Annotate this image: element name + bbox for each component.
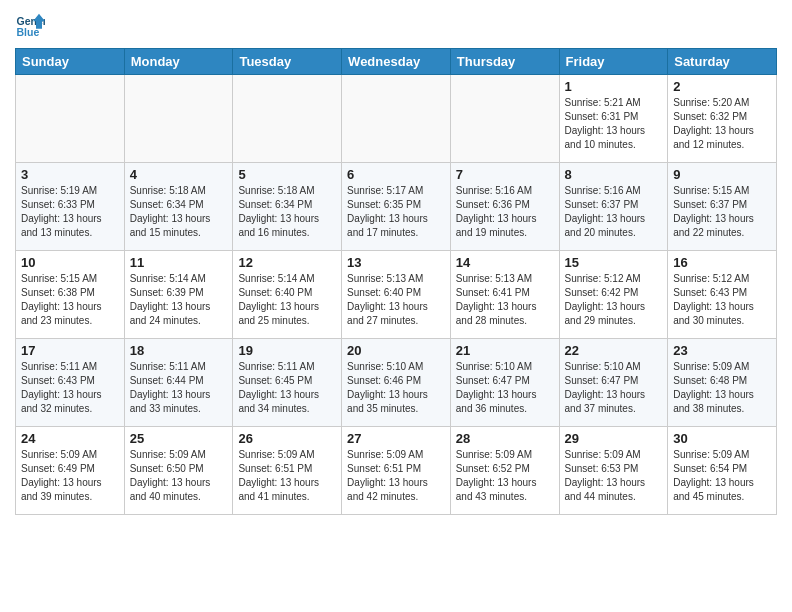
day-number: 13 [347,255,445,270]
calendar-cell: 6Sunrise: 5:17 AM Sunset: 6:35 PM Daylig… [342,163,451,251]
day-info: Sunrise: 5:13 AM Sunset: 6:40 PM Dayligh… [347,272,445,328]
calendar-cell: 24Sunrise: 5:09 AM Sunset: 6:49 PM Dayli… [16,427,125,515]
calendar-cell: 1Sunrise: 5:21 AM Sunset: 6:31 PM Daylig… [559,75,668,163]
calendar-cell: 29Sunrise: 5:09 AM Sunset: 6:53 PM Dayli… [559,427,668,515]
day-number: 4 [130,167,228,182]
day-info: Sunrise: 5:15 AM Sunset: 6:37 PM Dayligh… [673,184,771,240]
day-number: 28 [456,431,554,446]
calendar-cell [124,75,233,163]
day-info: Sunrise: 5:14 AM Sunset: 6:39 PM Dayligh… [130,272,228,328]
weekday-header-tuesday: Tuesday [233,49,342,75]
week-row-4: 17Sunrise: 5:11 AM Sunset: 6:43 PM Dayli… [16,339,777,427]
weekday-header-thursday: Thursday [450,49,559,75]
week-row-1: 1Sunrise: 5:21 AM Sunset: 6:31 PM Daylig… [16,75,777,163]
calendar-cell: 28Sunrise: 5:09 AM Sunset: 6:52 PM Dayli… [450,427,559,515]
calendar-cell: 10Sunrise: 5:15 AM Sunset: 6:38 PM Dayli… [16,251,125,339]
calendar-cell [450,75,559,163]
calendar-cell: 14Sunrise: 5:13 AM Sunset: 6:41 PM Dayli… [450,251,559,339]
day-info: Sunrise: 5:10 AM Sunset: 6:47 PM Dayligh… [456,360,554,416]
logo-icon: General Blue [15,10,45,40]
day-info: Sunrise: 5:15 AM Sunset: 6:38 PM Dayligh… [21,272,119,328]
day-number: 12 [238,255,336,270]
day-info: Sunrise: 5:10 AM Sunset: 6:46 PM Dayligh… [347,360,445,416]
calendar-cell: 12Sunrise: 5:14 AM Sunset: 6:40 PM Dayli… [233,251,342,339]
weekday-header-friday: Friday [559,49,668,75]
day-number: 7 [456,167,554,182]
calendar-cell: 15Sunrise: 5:12 AM Sunset: 6:42 PM Dayli… [559,251,668,339]
week-row-2: 3Sunrise: 5:19 AM Sunset: 6:33 PM Daylig… [16,163,777,251]
calendar-cell: 17Sunrise: 5:11 AM Sunset: 6:43 PM Dayli… [16,339,125,427]
day-info: Sunrise: 5:09 AM Sunset: 6:52 PM Dayligh… [456,448,554,504]
day-number: 17 [21,343,119,358]
calendar-cell: 9Sunrise: 5:15 AM Sunset: 6:37 PM Daylig… [668,163,777,251]
calendar-cell: 8Sunrise: 5:16 AM Sunset: 6:37 PM Daylig… [559,163,668,251]
day-info: Sunrise: 5:21 AM Sunset: 6:31 PM Dayligh… [565,96,663,152]
day-number: 3 [21,167,119,182]
day-info: Sunrise: 5:10 AM Sunset: 6:47 PM Dayligh… [565,360,663,416]
day-info: Sunrise: 5:11 AM Sunset: 6:44 PM Dayligh… [130,360,228,416]
day-info: Sunrise: 5:18 AM Sunset: 6:34 PM Dayligh… [238,184,336,240]
day-number: 8 [565,167,663,182]
day-number: 29 [565,431,663,446]
day-number: 26 [238,431,336,446]
day-info: Sunrise: 5:17 AM Sunset: 6:35 PM Dayligh… [347,184,445,240]
week-row-3: 10Sunrise: 5:15 AM Sunset: 6:38 PM Dayli… [16,251,777,339]
week-row-5: 24Sunrise: 5:09 AM Sunset: 6:49 PM Dayli… [16,427,777,515]
day-info: Sunrise: 5:09 AM Sunset: 6:49 PM Dayligh… [21,448,119,504]
calendar-cell [16,75,125,163]
day-number: 18 [130,343,228,358]
logo: General Blue [15,10,49,40]
day-info: Sunrise: 5:09 AM Sunset: 6:48 PM Dayligh… [673,360,771,416]
calendar-cell [233,75,342,163]
weekday-header-saturday: Saturday [668,49,777,75]
weekday-header-sunday: Sunday [16,49,125,75]
calendar-table: SundayMondayTuesdayWednesdayThursdayFrid… [15,48,777,515]
calendar-cell: 13Sunrise: 5:13 AM Sunset: 6:40 PM Dayli… [342,251,451,339]
calendar-cell: 16Sunrise: 5:12 AM Sunset: 6:43 PM Dayli… [668,251,777,339]
day-number: 22 [565,343,663,358]
calendar-cell: 2Sunrise: 5:20 AM Sunset: 6:32 PM Daylig… [668,75,777,163]
day-number: 15 [565,255,663,270]
day-number: 10 [21,255,119,270]
calendar-header: SundayMondayTuesdayWednesdayThursdayFrid… [16,49,777,75]
calendar-cell: 4Sunrise: 5:18 AM Sunset: 6:34 PM Daylig… [124,163,233,251]
calendar-cell [342,75,451,163]
calendar-cell: 22Sunrise: 5:10 AM Sunset: 6:47 PM Dayli… [559,339,668,427]
day-number: 21 [456,343,554,358]
day-info: Sunrise: 5:16 AM Sunset: 6:36 PM Dayligh… [456,184,554,240]
calendar-cell: 26Sunrise: 5:09 AM Sunset: 6:51 PM Dayli… [233,427,342,515]
weekday-header-monday: Monday [124,49,233,75]
day-info: Sunrise: 5:19 AM Sunset: 6:33 PM Dayligh… [21,184,119,240]
day-info: Sunrise: 5:09 AM Sunset: 6:51 PM Dayligh… [238,448,336,504]
page: General Blue SundayMondayTuesdayWednesda… [0,0,792,612]
calendar-cell: 27Sunrise: 5:09 AM Sunset: 6:51 PM Dayli… [342,427,451,515]
day-number: 23 [673,343,771,358]
calendar-cell: 5Sunrise: 5:18 AM Sunset: 6:34 PM Daylig… [233,163,342,251]
day-number: 2 [673,79,771,94]
day-info: Sunrise: 5:11 AM Sunset: 6:43 PM Dayligh… [21,360,119,416]
day-number: 5 [238,167,336,182]
day-info: Sunrise: 5:11 AM Sunset: 6:45 PM Dayligh… [238,360,336,416]
calendar-cell: 11Sunrise: 5:14 AM Sunset: 6:39 PM Dayli… [124,251,233,339]
day-number: 24 [21,431,119,446]
calendar-cell: 21Sunrise: 5:10 AM Sunset: 6:47 PM Dayli… [450,339,559,427]
calendar-cell: 19Sunrise: 5:11 AM Sunset: 6:45 PM Dayli… [233,339,342,427]
day-info: Sunrise: 5:09 AM Sunset: 6:53 PM Dayligh… [565,448,663,504]
day-info: Sunrise: 5:09 AM Sunset: 6:50 PM Dayligh… [130,448,228,504]
day-number: 11 [130,255,228,270]
calendar-cell: 3Sunrise: 5:19 AM Sunset: 6:33 PM Daylig… [16,163,125,251]
day-info: Sunrise: 5:12 AM Sunset: 6:42 PM Dayligh… [565,272,663,328]
day-number: 16 [673,255,771,270]
day-info: Sunrise: 5:14 AM Sunset: 6:40 PM Dayligh… [238,272,336,328]
day-number: 30 [673,431,771,446]
calendar-cell: 20Sunrise: 5:10 AM Sunset: 6:46 PM Dayli… [342,339,451,427]
day-number: 1 [565,79,663,94]
day-number: 27 [347,431,445,446]
day-info: Sunrise: 5:12 AM Sunset: 6:43 PM Dayligh… [673,272,771,328]
day-info: Sunrise: 5:09 AM Sunset: 6:54 PM Dayligh… [673,448,771,504]
calendar-body: 1Sunrise: 5:21 AM Sunset: 6:31 PM Daylig… [16,75,777,515]
day-number: 20 [347,343,445,358]
day-info: Sunrise: 5:09 AM Sunset: 6:51 PM Dayligh… [347,448,445,504]
day-info: Sunrise: 5:13 AM Sunset: 6:41 PM Dayligh… [456,272,554,328]
header-row: SundayMondayTuesdayWednesdayThursdayFrid… [16,49,777,75]
